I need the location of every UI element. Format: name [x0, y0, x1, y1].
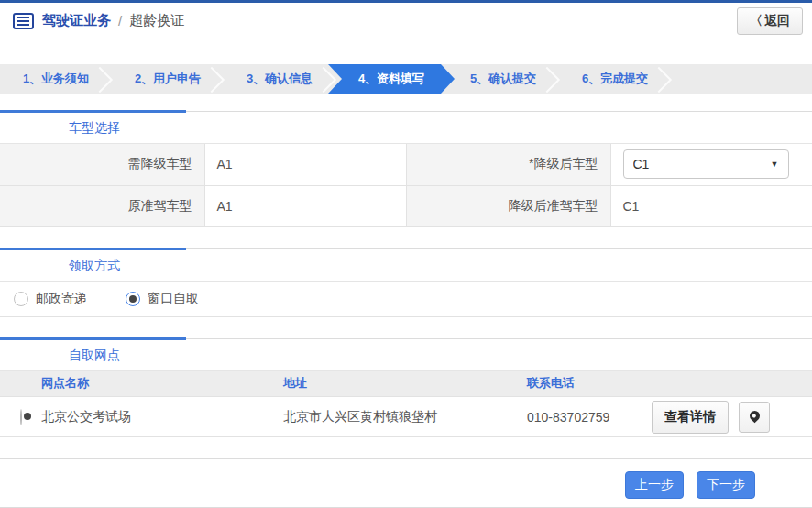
downgrade-needed-label: 需降级车型 — [0, 144, 204, 185]
original-class-value: A1 — [204, 185, 406, 226]
step-3-confirm-info: 3、确认信息 — [224, 64, 335, 94]
page-header: 驾驶证业务 / 超龄换证 〈返回 — [0, 3, 812, 39]
pickup-option-window[interactable]: 窗口自取 — [126, 291, 199, 307]
downgrade-target-select[interactable]: C1 — [624, 150, 788, 178]
view-details-button[interactable]: 查看详情 — [652, 401, 729, 434]
table-header-row: 网点名称 地址 联系电话 — [0, 371, 812, 397]
pickup-option-postal-label: 邮政寄递 — [36, 291, 87, 307]
pickup-locations-section: 自取网点 网点名称 地址 联系电话 北京公交考试场 北京市大兴区黄村镇狼垡村 0… — [0, 338, 812, 438]
radio-postal-icon[interactable] — [14, 292, 28, 306]
downgrade-needed-value: A1 — [204, 144, 406, 185]
column-header-phone: 联系电话 — [527, 371, 652, 397]
table-row: 原准驾车型 A1 降级后准驾车型 C1 — [0, 185, 812, 226]
step-5-confirm-submit: 5、确认提交 — [447, 64, 559, 94]
vehicle-section-title: 车型选择 — [0, 112, 812, 144]
network-section-title: 自取网点 — [0, 339, 812, 371]
location-address: 北京市大兴区黄村镇狼垡村 — [283, 397, 527, 437]
location-name: 北京公交考试场 — [41, 397, 283, 437]
vehicle-type-section: 车型选择 需降级车型 A1 *降级后车型 C1 ▼ 原准驾车型 A1 降级后准驾… — [0, 111, 812, 227]
pickup-option-postal[interactable]: 邮政寄递 — [14, 291, 87, 307]
table-row: 北京公交考试场 北京市大兴区黄村镇狼垡村 010-83702759 查看详情 — [0, 397, 812, 437]
page-title: 驾驶证业务 — [42, 12, 111, 29]
map-location-button[interactable] — [739, 402, 770, 433]
step-4-fill-data: 4、资料填写 — [328, 64, 455, 94]
step-1-business-notice: 1、业务须知 — [0, 64, 112, 94]
pickup-section-title: 领取方式 — [0, 249, 812, 282]
downgrade-target-select-wrap: C1 ▼ — [623, 149, 789, 179]
step-2-user-declaration: 2、用户申告 — [112, 64, 224, 94]
next-step-button[interactable]: 下一步 — [697, 471, 755, 499]
pickup-method-section: 领取方式 邮政寄递 窗口自取 — [0, 248, 812, 317]
table-row: 需降级车型 A1 *降级后车型 C1 ▼ — [0, 144, 812, 185]
license-card-icon — [13, 13, 34, 29]
pickup-option-window-label: 窗口自取 — [148, 291, 199, 307]
pickup-locations-table: 网点名称 地址 联系电话 北京公交考试场 北京市大兴区黄村镇狼垡村 010-83… — [0, 371, 812, 438]
row-actions: 查看详情 — [652, 401, 812, 434]
vehicle-type-table: 需降级车型 A1 *降级后车型 C1 ▼ 原准驾车型 A1 降级后准驾车型 C1 — [0, 144, 812, 227]
column-header-name: 网点名称 — [41, 371, 283, 397]
original-class-label: 原准驾车型 — [0, 185, 204, 226]
page-subtitle: 超龄换证 — [129, 12, 184, 29]
downgrade-target-label: *降级后车型 — [406, 144, 610, 185]
step-wizard: 1、业务须知 2、用户申告 3、确认信息 4、资料填写 5、确认提交 6、完成提… — [0, 64, 812, 94]
previous-step-button[interactable]: 上一步 — [625, 471, 684, 499]
location-pin-icon — [747, 408, 762, 423]
step-6-complete-submit: 6、完成提交 — [559, 64, 671, 94]
back-button[interactable]: 〈返回 — [737, 7, 803, 35]
footer-nav: 上一步 下一步 — [0, 458, 812, 507]
after-downgrade-class-value: C1 — [610, 185, 812, 226]
after-downgrade-class-label: 降级后准驾车型 — [406, 185, 610, 226]
location-phone: 010-83702759 — [527, 397, 652, 437]
location-row-radio[interactable] — [20, 409, 22, 425]
pickup-options-row: 邮政寄递 窗口自取 — [0, 282, 812, 317]
column-header-address: 地址 — [283, 371, 527, 397]
back-chevron-icon: 〈 — [750, 13, 763, 28]
back-button-label: 返回 — [764, 13, 790, 28]
breadcrumb-separator: / — [118, 13, 122, 28]
radio-window-icon[interactable] — [126, 292, 140, 306]
